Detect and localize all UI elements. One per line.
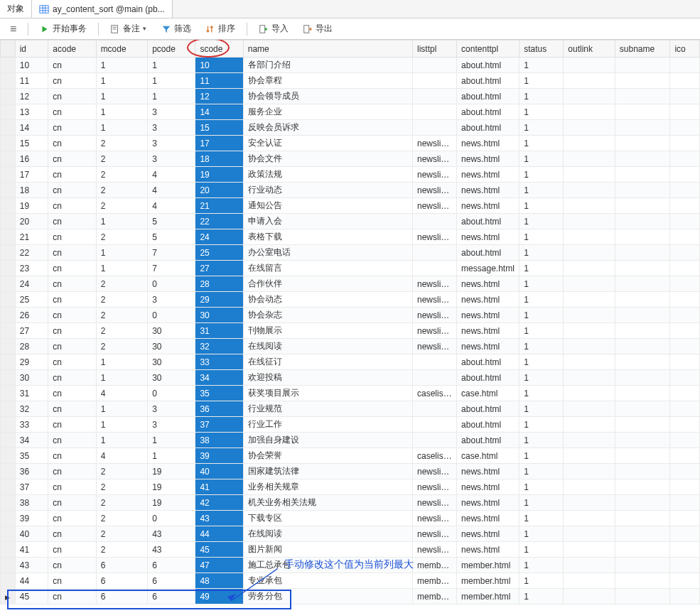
cell-ico[interactable] — [670, 526, 700, 542]
cell-contenttpl[interactable]: member.html — [457, 558, 519, 573]
cell-name[interactable]: 施工总承包 — [243, 558, 412, 573]
cell-listtpl[interactable]: newslist.ht — [412, 292, 456, 308]
cell-outlink[interactable] — [564, 526, 615, 542]
cell-scode[interactable]: 17 — [195, 136, 243, 151]
table-row[interactable]: 34cn1138加强自身建设about.html1 — [1, 433, 700, 448]
cell-ico[interactable] — [670, 354, 700, 370]
cell-mcode[interactable]: 2 — [96, 229, 148, 245]
table-row[interactable]: 10cn1110各部门介绍about.html1 — [1, 58, 700, 73]
cell-mcode[interactable]: 2 — [96, 323, 148, 339]
cell-outlink[interactable] — [564, 120, 615, 136]
cell-outlink[interactable] — [564, 354, 615, 370]
cell-pcode[interactable]: 43 — [148, 526, 195, 542]
cell-acode[interactable]: cn — [48, 198, 96, 214]
column-header-pcode[interactable]: pcode — [148, 40, 195, 58]
cell-subname[interactable] — [615, 573, 670, 589]
cell-listtpl[interactable]: newslist.ht — [412, 229, 456, 245]
cell-subname[interactable] — [615, 167, 670, 183]
cell-contenttpl[interactable]: about.html — [457, 104, 519, 120]
remark-button[interactable]: 备注 ▼ — [106, 21, 151, 36]
cell-status[interactable]: 1 — [519, 386, 564, 401]
cell-ico[interactable] — [670, 167, 700, 183]
cell-subname[interactable] — [615, 73, 670, 89]
row-header[interactable] — [1, 120, 16, 136]
cell-mcode[interactable]: 1 — [96, 401, 148, 417]
table-row[interactable]: 26cn2030协会杂志newslist.htnews.html1 — [1, 308, 700, 323]
cell-listtpl[interactable] — [412, 354, 456, 370]
cell-mcode[interactable]: 1 — [96, 58, 148, 73]
cell-ico[interactable] — [670, 183, 700, 198]
cell-listtpl[interactable]: newslist.ht — [412, 198, 456, 214]
cell-name[interactable]: 服务企业 — [243, 104, 412, 120]
cell-contenttpl[interactable]: about.html — [457, 433, 519, 448]
cell-ico[interactable] — [670, 120, 700, 136]
cell-id[interactable]: 40 — [15, 526, 48, 542]
cell-listtpl[interactable] — [412, 104, 456, 120]
cell-status[interactable]: 1 — [519, 511, 564, 526]
cell-ico[interactable] — [670, 386, 700, 401]
cell-contenttpl[interactable]: news.html — [457, 292, 519, 308]
cell-scode[interactable]: 35 — [195, 386, 243, 401]
cell-scode[interactable]: 37 — [195, 417, 243, 433]
cell-acode[interactable]: cn — [48, 120, 96, 136]
cell-id[interactable]: 12 — [15, 89, 48, 104]
cell-pcode[interactable]: 4 — [148, 167, 195, 183]
cell-id[interactable]: 41 — [15, 542, 48, 558]
cell-status[interactable]: 1 — [519, 151, 564, 167]
table-row[interactable]: 28cn23032在线阅读newslist.htnews.html1 — [1, 339, 700, 354]
cell-name[interactable]: 行业规范 — [243, 401, 412, 417]
cell-name[interactable]: 政策法规 — [243, 167, 412, 183]
cell-name[interactable]: 通知公告 — [243, 198, 412, 214]
cell-acode[interactable]: cn — [48, 401, 96, 417]
cell-outlink[interactable] — [564, 573, 615, 589]
cell-ico[interactable] — [670, 73, 700, 89]
cell-id[interactable]: 28 — [15, 339, 48, 354]
cell-pcode[interactable]: 6 — [148, 558, 195, 573]
cell-outlink[interactable] — [564, 589, 615, 604]
row-header[interactable] — [1, 151, 16, 167]
cell-subname[interactable] — [615, 464, 670, 479]
cell-subname[interactable] — [615, 401, 670, 417]
cell-subname[interactable] — [615, 198, 670, 214]
cell-scode[interactable]: 32 — [195, 339, 243, 354]
column-header-contenttpl[interactable]: contenttpl — [457, 40, 519, 58]
cell-pcode[interactable]: 0 — [148, 386, 195, 401]
cell-scode[interactable]: 39 — [195, 448, 243, 464]
cell-id[interactable]: 16 — [15, 151, 48, 167]
row-header[interactable] — [1, 58, 16, 73]
cell-mcode[interactable]: 4 — [96, 386, 148, 401]
cell-mcode[interactable]: 2 — [96, 276, 148, 292]
cell-acode[interactable]: cn — [48, 104, 96, 120]
row-header[interactable] — [1, 495, 16, 511]
cell-mcode[interactable]: 6 — [96, 558, 148, 573]
cell-status[interactable]: 1 — [519, 276, 564, 292]
cell-outlink[interactable] — [564, 558, 615, 573]
table-row[interactable]: 30cn13034欢迎投稿about.html1 — [1, 370, 700, 386]
cell-contenttpl[interactable]: news.html — [457, 136, 519, 151]
cell-pcode[interactable]: 30 — [148, 323, 195, 339]
row-header[interactable] — [1, 104, 16, 120]
cell-pcode[interactable]: 3 — [148, 120, 195, 136]
cell-id[interactable]: 36 — [15, 464, 48, 479]
table-row[interactable]: 39cn2043下载专区newslist.htnews.html1 — [1, 511, 700, 526]
cell-subname[interactable] — [615, 386, 670, 401]
cell-id[interactable]: 39 — [15, 511, 48, 526]
cell-scode[interactable]: 36 — [195, 401, 243, 417]
cell-scode[interactable]: 15 — [195, 120, 243, 136]
cell-pcode[interactable]: 3 — [148, 104, 195, 120]
cell-status[interactable]: 1 — [519, 261, 564, 276]
cell-subname[interactable] — [615, 104, 670, 120]
cell-ico[interactable] — [670, 229, 700, 245]
cell-subname[interactable] — [615, 292, 670, 308]
cell-scode[interactable]: 41 — [195, 479, 243, 495]
cell-ico[interactable] — [670, 58, 700, 73]
cell-id[interactable]: 27 — [15, 323, 48, 339]
cell-subname[interactable] — [615, 511, 670, 526]
row-header[interactable] — [1, 354, 16, 370]
cell-outlink[interactable] — [564, 323, 615, 339]
row-header[interactable] — [1, 89, 16, 104]
cell-status[interactable]: 1 — [519, 542, 564, 558]
cell-ico[interactable] — [670, 589, 700, 604]
cell-status[interactable]: 1 — [519, 198, 564, 214]
cell-mcode[interactable]: 2 — [96, 151, 148, 167]
